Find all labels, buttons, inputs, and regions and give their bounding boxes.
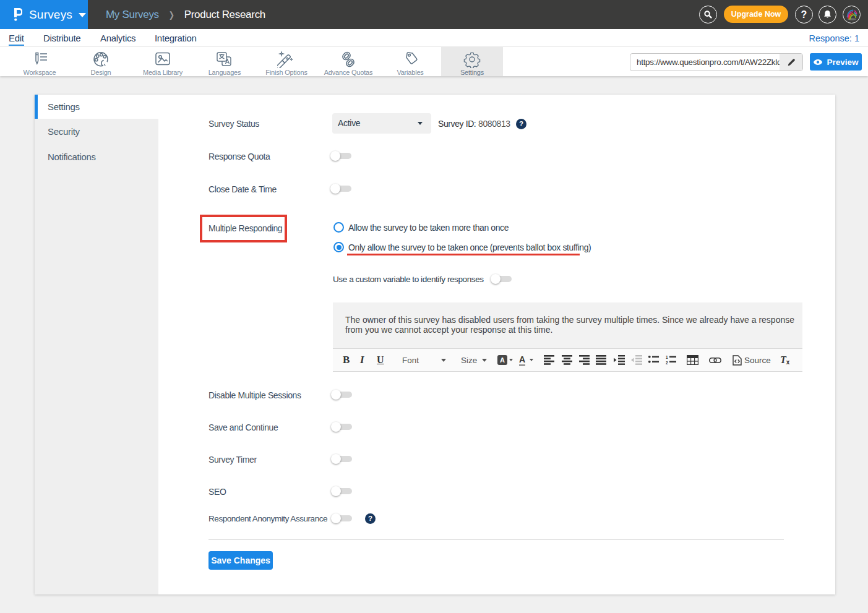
- svg-text:1: 1: [666, 355, 668, 359]
- svg-text:2: 2: [666, 361, 668, 365]
